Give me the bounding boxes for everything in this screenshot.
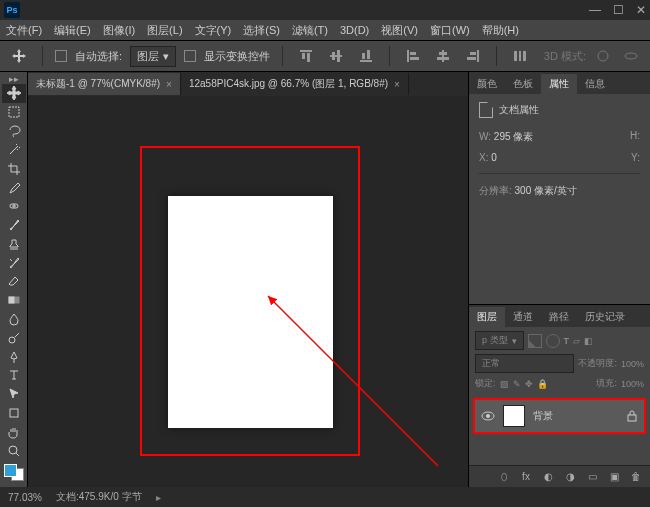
filter-adjust-icon[interactable] <box>546 334 560 348</box>
foreground-color-swatch[interactable] <box>4 464 17 477</box>
minimize-button[interactable]: — <box>589 3 601 17</box>
link-layers-icon[interactable]: ⬯ <box>496 469 512 485</box>
distribute-icon[interactable] <box>509 45 531 67</box>
align-left-icon[interactable] <box>402 45 424 67</box>
menu-3d[interactable]: 3D(D) <box>340 24 369 36</box>
close-button[interactable]: ✕ <box>636 3 646 17</box>
layer-group-icon[interactable]: ▭ <box>584 469 600 485</box>
menu-type[interactable]: 文字(Y) <box>195 23 232 38</box>
crop-tool-icon[interactable] <box>2 159 26 178</box>
tab-channels[interactable]: 通道 <box>505 307 541 327</box>
tab-history[interactable]: 历史记录 <box>577 307 633 327</box>
brush-tool-icon[interactable] <box>2 216 26 235</box>
menu-image[interactable]: 图像(I) <box>103 23 135 38</box>
layer-kind-dropdown[interactable]: p 类型 ▾ <box>475 331 524 350</box>
tab-paths[interactable]: 路径 <box>541 307 577 327</box>
marquee-tool-icon[interactable] <box>2 103 26 122</box>
eraser-tool-icon[interactable] <box>2 272 26 291</box>
align-top-icon[interactable] <box>295 45 317 67</box>
path-select-tool-icon[interactable] <box>2 385 26 404</box>
filter-shape-icon[interactable]: ▱ <box>573 336 580 346</box>
canvas-viewport[interactable] <box>28 96 468 487</box>
svg-rect-5 <box>337 50 340 62</box>
layer-fx-icon[interactable]: fx <box>518 469 534 485</box>
move-tool-icon[interactable] <box>2 84 26 103</box>
tab-info[interactable]: 信息 <box>577 74 613 94</box>
new-layer-icon[interactable]: ▣ <box>606 469 622 485</box>
height-label: H: <box>630 130 640 141</box>
tab-close-icon[interactable]: × <box>166 79 172 90</box>
svg-rect-33 <box>628 415 636 421</box>
menu-edit[interactable]: 编辑(E) <box>54 23 91 38</box>
3d-pan-icon[interactable] <box>620 45 642 67</box>
menu-help[interactable]: 帮助(H) <box>482 23 519 38</box>
rectangle-tool-icon[interactable] <box>2 404 26 423</box>
lock-paint-icon[interactable]: ✎ <box>513 379 521 389</box>
document-tab-inactive[interactable]: 12a58PIC4sk.jpg @ 66.7% (图层 1, RGB/8#) × <box>181 73 409 95</box>
healing-tool-icon[interactable] <box>2 197 26 216</box>
blend-mode-dropdown[interactable]: 正常 <box>475 354 574 373</box>
auto-select-checkbox[interactable] <box>55 50 67 62</box>
layer-name[interactable]: 背景 <box>533 409 553 423</box>
auto-select-target-dropdown[interactable]: 图层▾ <box>130 46 176 67</box>
hand-tool-icon[interactable] <box>2 422 26 441</box>
wand-tool-icon[interactable] <box>2 140 26 159</box>
width-label: W: <box>479 131 491 142</box>
x-label: X: <box>479 152 488 163</box>
fill-value[interactable]: 100% <box>621 379 644 389</box>
lock-position-icon[interactable]: ✥ <box>525 379 533 389</box>
svg-rect-12 <box>442 50 444 62</box>
align-vcenter-icon[interactable] <box>325 45 347 67</box>
lock-all-icon[interactable]: 🔒 <box>537 379 548 389</box>
adjustment-layer-icon[interactable]: ◑ <box>562 469 578 485</box>
color-swatches[interactable] <box>4 464 24 481</box>
lasso-tool-icon[interactable] <box>2 122 26 141</box>
filter-smart-icon[interactable]: ◧ <box>584 336 593 346</box>
resolution-label: 分辨率: <box>479 185 512 196</box>
svg-rect-7 <box>362 53 365 59</box>
history-brush-tool-icon[interactable] <box>2 253 26 272</box>
tab-properties[interactable]: 属性 <box>541 74 577 94</box>
layer-mask-icon[interactable]: ◐ <box>540 469 556 485</box>
layer-row-background[interactable]: 背景 <box>473 398 646 434</box>
svg-rect-18 <box>514 51 517 61</box>
menu-filter[interactable]: 滤镜(T) <box>292 23 328 38</box>
align-bottom-icon[interactable] <box>355 45 377 67</box>
menu-select[interactable]: 选择(S) <box>243 23 280 38</box>
lock-transparent-icon[interactable]: ▨ <box>500 379 509 389</box>
tab-color[interactable]: 颜色 <box>469 74 505 94</box>
visibility-eye-icon[interactable] <box>481 411 495 421</box>
blur-tool-icon[interactable] <box>2 310 26 329</box>
align-hcenter-icon[interactable] <box>432 45 454 67</box>
type-tool-icon[interactable] <box>2 366 26 385</box>
opacity-value[interactable]: 100% <box>621 359 644 369</box>
move-tool-indicator-icon[interactable] <box>8 45 30 67</box>
maximize-button[interactable]: ☐ <box>613 3 624 17</box>
menu-layer[interactable]: 图层(L) <box>147 23 182 38</box>
document-canvas[interactable] <box>168 196 333 428</box>
3d-orbit-icon[interactable] <box>592 45 614 67</box>
tab-close-icon[interactable]: × <box>394 79 400 90</box>
filter-pixel-icon[interactable] <box>528 334 542 348</box>
zoom-tool-icon[interactable] <box>2 441 26 460</box>
show-transform-checkbox[interactable] <box>184 50 196 62</box>
filter-type-icon[interactable]: T <box>564 336 570 346</box>
tab-layers[interactable]: 图层 <box>469 307 505 327</box>
auto-select-label: 自动选择: <box>75 49 122 64</box>
menu-view[interactable]: 视图(V) <box>381 23 418 38</box>
stamp-tool-icon[interactable] <box>2 234 26 253</box>
gradient-tool-icon[interactable] <box>2 291 26 310</box>
document-tab-active[interactable]: 未标题-1 @ 77%(CMYK/8#) × <box>28 73 181 95</box>
dodge-tool-icon[interactable] <box>2 328 26 347</box>
eyedropper-tool-icon[interactable] <box>2 178 26 197</box>
tab-title: 未标题-1 @ 77%(CMYK/8#) <box>36 77 160 91</box>
layer-thumbnail[interactable] <box>503 405 525 427</box>
delete-layer-icon[interactable]: 🗑 <box>628 469 644 485</box>
menu-file[interactable]: 文件(F) <box>6 23 42 38</box>
tab-swatches[interactable]: 色板 <box>505 74 541 94</box>
align-right-icon[interactable] <box>462 45 484 67</box>
zoom-level[interactable]: 77.03% <box>8 492 42 503</box>
menu-window[interactable]: 窗口(W) <box>430 23 470 38</box>
document-info[interactable]: 文档:475.9K/0 字节 <box>56 490 142 504</box>
pen-tool-icon[interactable] <box>2 347 26 366</box>
